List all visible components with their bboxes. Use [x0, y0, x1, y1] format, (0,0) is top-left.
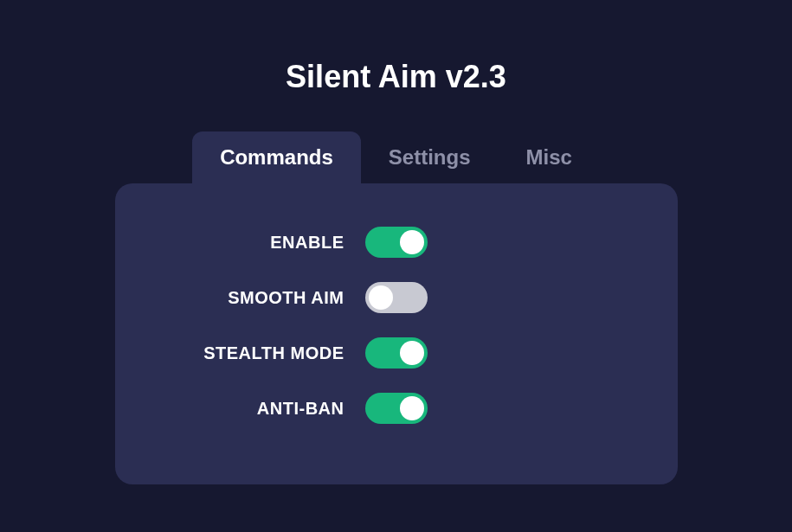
option-row-anti-ban: ANTI-BAN: [167, 393, 626, 424]
tab-bar: Commands Settings Misc: [192, 131, 600, 183]
toggle-enable[interactable]: [365, 227, 428, 258]
tab-commands[interactable]: Commands: [192, 131, 361, 183]
options-panel: ENABLE SMOOTH AIM STEALTH MODE ANTI-BAN: [115, 183, 678, 484]
option-label-smooth-aim: SMOOTH AIM: [171, 288, 344, 308]
toggle-knob: [400, 341, 424, 365]
toggle-anti-ban[interactable]: [365, 393, 428, 424]
toggle-knob: [369, 285, 393, 310]
option-row-enable: ENABLE: [167, 227, 626, 258]
option-label-stealth-mode: STEALTH MODE: [171, 343, 344, 363]
option-row-stealth-mode: STEALTH MODE: [167, 337, 626, 369]
tab-settings[interactable]: Settings: [361, 131, 499, 183]
toggle-knob: [400, 396, 424, 420]
toggle-stealth-mode[interactable]: [365, 337, 428, 369]
app-title: Silent Aim v2.3: [286, 59, 506, 95]
toggle-knob: [400, 230, 424, 254]
option-label-anti-ban: ANTI-BAN: [171, 399, 344, 419]
option-label-enable: ENABLE: [171, 233, 344, 253]
toggle-smooth-aim[interactable]: [365, 282, 428, 313]
option-row-smooth-aim: SMOOTH AIM: [167, 282, 626, 313]
tab-misc[interactable]: Misc: [499, 131, 600, 183]
